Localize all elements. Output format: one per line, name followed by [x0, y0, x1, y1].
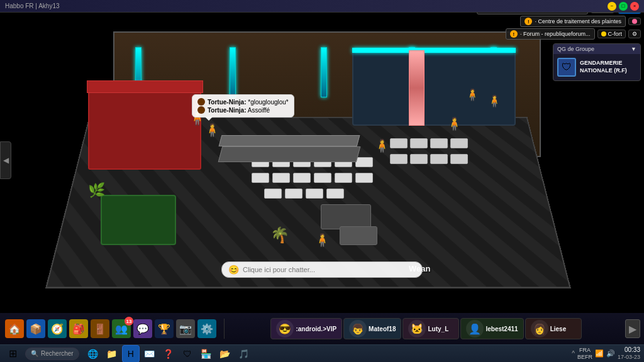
maximize-button[interactable]: □ [619, 2, 628, 11]
icon-badge-2 [628, 18, 641, 25]
player-mateof18-avatar: 👦 [349, 320, 367, 337]
qg-group-name: GENDARMERIENATIONALE (R.F) [580, 60, 627, 74]
window-title-bar: Habbo FR | Akhy13 − □ × [0, 0, 644, 13]
chat-input-wrapper: 😊 [221, 261, 423, 278]
pink-icon [632, 19, 637, 24]
clock-date: 17-03-23 [618, 354, 640, 361]
pillar-2 [230, 47, 236, 97]
inventory-icon[interactable]: 🎒 [69, 319, 88, 338]
clock-time: 00:33 [618, 346, 640, 354]
char-4: 🧍 [447, 116, 462, 131]
qg-expand-icon[interactable]: ▼ [631, 46, 636, 52]
chat-line-1: Tortue-Ninja: *glouglouglou* [197, 98, 289, 106]
camera-icon[interactable]: 📷 [176, 319, 195, 338]
system-tray: ^ FRABEFR 📶 🔊 00:33 17-03-23 [572, 346, 644, 361]
language-indicator: FRABEFR [577, 347, 592, 361]
players-bar: 😎 :android.>VIP 👦 Mateof18 🐱 Luty_L 👤 le… [227, 318, 625, 339]
player-lebest[interactable]: 👤 lebest2411 [460, 318, 523, 339]
question-icon[interactable]: ❓ [160, 345, 177, 363]
chat-avatar-1 [197, 98, 205, 106]
char-2: 🧍 [204, 123, 220, 138]
chat-bubble-container: Tortue-Ninja: *glouglouglou* Tortue-Ninj… [192, 94, 294, 118]
pillar-3 [321, 47, 327, 97]
settings-game-icon[interactable]: ⚙️ [197, 319, 216, 338]
store-icon[interactable]: 🏪 [197, 345, 215, 363]
chat-text-2: Tortue-Ninja: Assoiffé [208, 107, 270, 114]
sofa-row-2 [252, 173, 373, 183]
friends-badge: 13 [125, 317, 133, 326]
top-right-cluster: ! · Centre d'aide et de renseignements 4… [477, 3, 641, 81]
search-bar[interactable]: 🔍 Rechercher [25, 348, 79, 360]
pink-pillar [409, 50, 425, 126]
player-lebest-name: lebest2411 [486, 326, 518, 332]
qg-badge: 🛡 [557, 58, 576, 77]
player-mateof18-name: Mateof18 [369, 326, 396, 332]
windows-taskbar: ⊞ 🔍 Rechercher 🌐 📁 H ✉️ ❓ 🛡 🏪 📂 🎵 ^ FRAB… [0, 344, 644, 362]
tray-arrow[interactable]: ^ [572, 350, 575, 357]
minimize-button[interactable]: − [608, 2, 616, 11]
sofa-row-3 [264, 189, 344, 199]
top-row-3: ! · Forum - republiqueforum... C-fort ⚙ [506, 28, 641, 40]
player-luty[interactable]: 🐱 Luty_L [402, 318, 459, 339]
search-text: Rechercher [41, 350, 74, 357]
close-button[interactable]: × [630, 2, 639, 11]
pool-area [101, 195, 176, 245]
player-luty-avatar: 🐱 [408, 320, 426, 337]
left-arrow-button[interactable]: ◀ [0, 141, 11, 179]
right-nav-button[interactable]: ▶ [625, 319, 640, 338]
plant-left: 🌿 [88, 182, 105, 199]
player-luty-name: Luty_L [428, 326, 448, 332]
mail-icon[interactable]: ✉️ [141, 345, 158, 363]
notification-3[interactable]: ! · Forum - republiqueforum... [506, 28, 595, 40]
player-mateof18[interactable]: 👦 Mateof18 [343, 318, 401, 339]
sofa-row-right-1 [390, 138, 468, 148]
music-icon[interactable]: 🎵 [235, 345, 253, 363]
system-clock: 00:33 17-03-23 [618, 346, 640, 361]
chat-nav-icon[interactable]: 💬 [133, 319, 152, 338]
player-liese[interactable]: 👩 Liese [525, 318, 582, 339]
notif-icon-2: ! [525, 18, 532, 25]
window-controls: − □ × [608, 2, 639, 11]
search-icon: 🔍 [31, 350, 38, 357]
toolbar-separator [224, 319, 225, 339]
window-title-text: Habbo FR | Akhy13 [5, 3, 60, 9]
notif-text-2: · Centre de traitement des plaintes [535, 18, 621, 25]
navigator-icon[interactable]: 🧭 [48, 319, 67, 338]
volume-icon: 🔊 [606, 349, 615, 358]
wifi-icon: 📶 [595, 349, 604, 358]
chat-input[interactable] [243, 266, 416, 273]
shield-icon[interactable]: 🛡 [179, 345, 196, 363]
notification-2[interactable]: ! · Centre de traitement des plaintes [520, 16, 626, 27]
sofa-row-right-2 [390, 154, 468, 164]
coin-icon [601, 31, 606, 36]
player-android[interactable]: 😎 :android.>VIP [270, 318, 342, 339]
char-7: 🧍 [487, 94, 501, 108]
player-android-avatar: 😎 [276, 320, 294, 337]
table-1 [321, 204, 371, 229]
table-2 [340, 226, 377, 245]
currency-badge: C-fort [597, 30, 626, 38]
settings-badge[interactable]: ⚙ [628, 30, 641, 38]
qg-body: 🛡 GENDARMERIENATIONALE (R.F) [553, 54, 640, 80]
explorer-icon[interactable]: 📁 [103, 345, 121, 363]
char-3: 🧍 [374, 138, 390, 153]
start-button[interactable]: ⊞ [0, 345, 25, 363]
catalog-icon[interactable]: 📦 [26, 319, 45, 338]
hotel-icon[interactable]: 🏠 [5, 319, 24, 338]
folder-icon[interactable]: 📂 [216, 345, 234, 363]
chat-emoji-icon[interactable]: 😊 [228, 265, 239, 275]
achievements-icon[interactable]: 🏆 [155, 319, 174, 338]
red-decor [87, 80, 203, 93]
chat-text-1: Tortue-Ninja: *glouglouglou* [208, 99, 289, 106]
red-sofa-area [88, 88, 201, 170]
char-6: 🧍 [465, 88, 479, 102]
rooms-icon[interactable]: 🚪 [91, 319, 109, 338]
chat-bar: 😊 [221, 261, 423, 278]
friends-icon[interactable]: 👥 13 [112, 319, 131, 338]
qg-header: QG de Groupe ▼ [553, 44, 640, 54]
chrome-app-icon[interactable]: H [122, 345, 140, 363]
edge-icon[interactable]: 🌐 [84, 345, 102, 363]
char-5: 🧍 [314, 233, 330, 248]
plant-center: 🌴 [270, 226, 289, 244]
chat-avatar-2 [197, 106, 205, 114]
